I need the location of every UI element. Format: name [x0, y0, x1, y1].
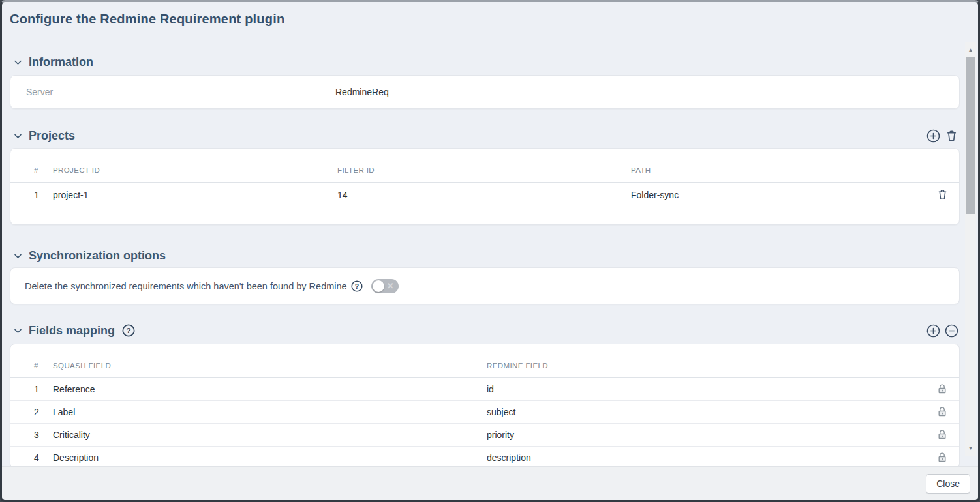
squash-field-cell: Criticality	[53, 430, 487, 440]
projects-section-title: Projects	[29, 129, 75, 143]
squash-field-cell: Label	[53, 407, 487, 417]
dialog-header: Configure the Redmine Requirement plugin	[2, 2, 978, 40]
projects-table-header: # PROJECT ID FILTER ID PATH	[10, 149, 959, 183]
project-id-cell[interactable]: project-1	[53, 190, 337, 200]
project-table-row: 1 project-1 14 Folder-sync	[10, 183, 959, 207]
chevron-down-icon[interactable]	[14, 132, 22, 140]
delete-sync-toggle[interactable]: ✕	[371, 279, 399, 293]
redmine-field-cell: description	[487, 452, 925, 463]
server-label: Server	[26, 87, 335, 97]
path-cell[interactable]: Folder-sync	[631, 190, 925, 200]
chevron-down-icon[interactable]	[14, 327, 22, 335]
delete-sync-option-label: Delete the synchronized requirements whi…	[25, 281, 347, 291]
filter-id-cell[interactable]: 14	[337, 190, 631, 200]
fields-mapping-actions	[926, 324, 958, 338]
row-index: 2	[10, 407, 53, 417]
dialog-footer: Close	[2, 466, 978, 500]
vertical-scrollbar[interactable]: ▲ ▼	[965, 42, 976, 456]
row-actions	[925, 382, 959, 397]
field-mapping-row: 4 Description description	[10, 447, 959, 466]
dialog-content: Information Server RedmineReq Projects #…	[2, 40, 978, 466]
information-card: Server RedmineReq	[10, 75, 960, 109]
toggle-knob	[373, 280, 384, 292]
information-section-header[interactable]: Information	[14, 55, 960, 68]
row-actions	[925, 188, 959, 201]
sync-options-card: Delete the synchronized requirements whi…	[10, 267, 960, 304]
redmine-field-cell: subject	[487, 407, 925, 417]
col-header-path: PATH	[631, 166, 925, 174]
col-header-redmine-field: REDMINE FIELD	[487, 362, 925, 370]
projects-section-header: Projects	[14, 129, 960, 142]
add-project-button[interactable]	[926, 129, 940, 143]
row-index: 3	[10, 430, 53, 440]
row-index: 4	[10, 452, 53, 463]
projects-actions	[926, 129, 958, 143]
chevron-down-icon	[14, 252, 22, 260]
delete-projects-button[interactable]	[945, 129, 958, 143]
col-header-squash-field: SQUASH FIELD	[53, 362, 487, 370]
scroll-down-button[interactable]: ▼	[965, 443, 976, 454]
fields-mapping-section-header: Fields mapping	[14, 324, 960, 337]
col-header-filter-id: FILTER ID	[337, 166, 631, 174]
delete-row-button[interactable]	[936, 188, 949, 201]
fields-mapping-section-title: Fields mapping	[29, 324, 115, 338]
sync-options-section-header[interactable]: Synchronization options	[14, 249, 960, 262]
col-header-project-id: PROJECT ID	[53, 166, 337, 174]
remove-mapping-button[interactable]	[945, 324, 958, 338]
projects-table-card: # PROJECT ID FILTER ID PATH 1 project-1 …	[10, 148, 960, 225]
row-index: 1	[10, 384, 53, 394]
field-mapping-row: 3 Criticality priority	[10, 424, 959, 447]
project-row-index: 1	[10, 190, 53, 200]
configure-plugin-dialog: Configure the Redmine Requirement plugin…	[0, 0, 980, 502]
field-mapping-row: 2 Label subject	[10, 401, 959, 424]
scroll-thumb[interactable]	[966, 57, 975, 214]
col-header-index: #	[10, 362, 53, 370]
add-mapping-button[interactable]	[926, 324, 940, 338]
chevron-down-icon	[14, 58, 22, 66]
scroll-up-button[interactable]: ▲	[965, 44, 976, 55]
lock-icon	[936, 428, 949, 443]
field-mapping-row: 1 Reference id	[10, 378, 959, 401]
close-button[interactable]: Close	[926, 474, 970, 494]
question-circle-icon[interactable]	[351, 280, 363, 292]
information-section-title: Information	[29, 55, 93, 69]
dialog-title: Configure the Redmine Requirement plugin	[10, 12, 970, 27]
col-header-index: #	[10, 166, 53, 174]
squash-field-cell: Reference	[53, 384, 487, 394]
redmine-field-cell: priority	[487, 430, 925, 440]
lock-icon	[936, 382, 949, 397]
lock-icon	[936, 405, 949, 420]
row-actions	[925, 428, 959, 443]
sync-options-section-title: Synchronization options	[29, 249, 166, 263]
server-value: RedmineReq	[335, 87, 389, 97]
lock-icon	[936, 450, 949, 465]
squash-field-cell: Description	[53, 452, 487, 463]
fields-mapping-table-card: # SQUASH FIELD REDMINE FIELD 1 Reference…	[10, 344, 960, 466]
toggle-off-x-icon: ✕	[387, 279, 394, 293]
redmine-field-cell: id	[487, 384, 925, 394]
fields-table-header: # SQUASH FIELD REDMINE FIELD	[10, 344, 959, 378]
row-actions	[925, 450, 959, 465]
row-actions	[925, 405, 959, 420]
question-circle-icon[interactable]	[122, 324, 135, 337]
